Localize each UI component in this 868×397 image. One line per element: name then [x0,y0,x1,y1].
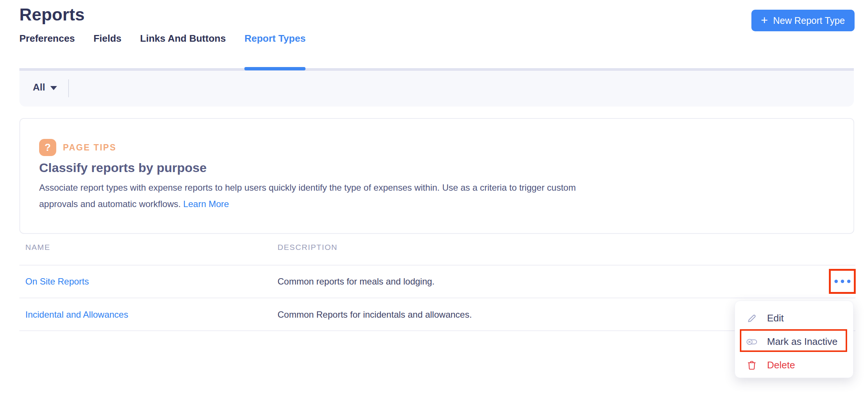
page-tips-badge-row: ? PAGE TIPS [39,139,117,156]
reports-settings-page: Reports + New Report Type Preferences Fi… [0,0,868,397]
report-type-description: Common Reports for incidentals and allow… [278,309,472,320]
page-tips-card: ? PAGE TIPS Classify reports by purpose … [19,118,854,234]
learn-more-link[interactable]: Learn More [183,199,229,209]
plus-icon: + [761,14,768,26]
new-report-type-label: New Report Type [773,15,845,26]
menu-item-mark-as-inactive[interactable]: Mark as Inactive [735,330,853,353]
page-tips-badge: PAGE TIPS [63,143,117,153]
chevron-down-icon [50,86,57,90]
report-type-link-incidental-and-allowances[interactable]: Incidental and Allowances [25,309,128,320]
report-type-link-on-site-reports[interactable]: On Site Reports [25,276,89,287]
page-title: Reports [19,4,85,25]
tab-report-types[interactable]: Report Types [244,33,305,48]
tab-preferences[interactable]: Preferences [19,33,75,48]
menu-item-delete[interactable]: Delete [735,353,853,377]
table-divider [19,265,855,266]
menu-item-label: Mark as Inactive [767,336,837,347]
report-type-description: Common reports for meals and lodging. [278,276,435,287]
filter-all-dropdown[interactable]: All [33,82,57,93]
new-report-type-button[interactable]: + New Report Type [751,10,855,31]
menu-item-label: Delete [767,359,795,371]
trash-icon [746,360,757,371]
page-tips-body: Associate report types with expense repo… [39,180,609,212]
menu-item-label: Edit [767,312,784,324]
pencil-icon [746,313,757,324]
column-header-name: NAME [25,243,50,252]
row-actions-ellipsis-button[interactable] [829,269,856,294]
question-mark-icon: ? [39,139,56,156]
toolbar-divider [68,79,69,97]
tab-fields[interactable]: Fields [94,33,121,48]
ellipsis-icon [834,280,838,283]
filter-all-label: All [33,82,45,93]
menu-item-edit[interactable]: Edit [735,307,853,330]
tab-links-and-buttons[interactable]: Links And Buttons [140,33,226,48]
filter-toolbar: All [19,71,854,107]
toggle-off-icon [746,338,757,346]
row-actions-menu: Edit Mark as Inactive Delete [735,301,853,378]
tabs-bottom-border [19,68,854,71]
column-header-description: DESCRIPTION [278,243,338,252]
page-tips-text: Associate report types with expense repo… [39,182,576,209]
page-tips-heading: Classify reports by purpose [39,161,207,175]
settings-tabs: Preferences Fields Links And Buttons Rep… [19,33,305,48]
table-divider [19,298,855,298]
table-divider [19,330,855,331]
